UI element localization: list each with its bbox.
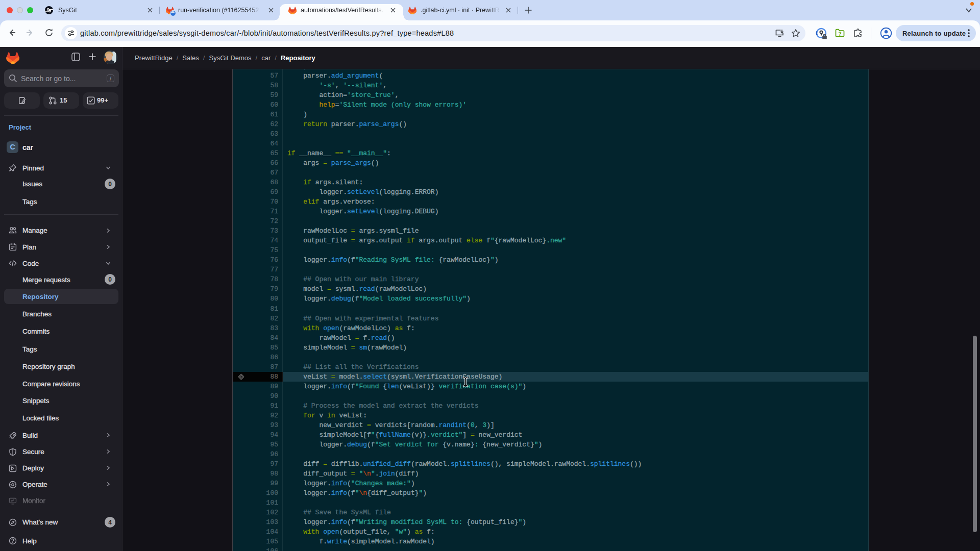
svg-text:?: ? xyxy=(839,31,842,37)
